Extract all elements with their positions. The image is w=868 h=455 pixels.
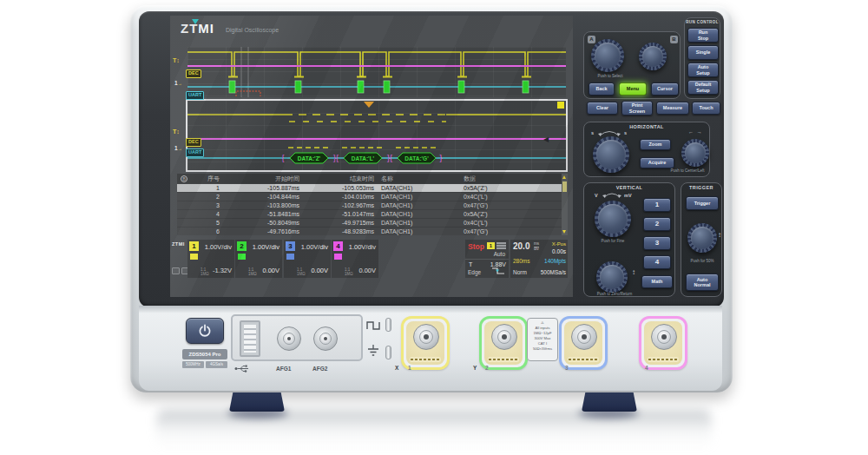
channel4-badge: 4 — [333, 241, 343, 251]
afg1-label: AFG1 — [276, 366, 291, 372]
afg1-connector — [277, 326, 301, 351]
bandwidth-badge: 500MHz — [182, 361, 204, 368]
math-button[interactable]: Math — [641, 275, 673, 288]
trigger-status[interactable]: Stop 1 Auto T 1.88V Edge — [465, 240, 509, 278]
multipurpose-knob-a[interactable] — [591, 39, 624, 72]
touch-button[interactable]: Touch — [692, 102, 720, 115]
decode-badge-uart: UART — [186, 91, 204, 100]
power-icon — [198, 324, 212, 338]
scale-arc-icon — [602, 192, 622, 198]
zoom-tool-icon[interactable] — [172, 267, 180, 274]
channel1-bnc — [413, 324, 439, 350]
trigger-button[interactable]: Trigger — [686, 196, 719, 210]
channel4-number: 4 — [645, 365, 648, 371]
channel2-input — [479, 316, 528, 370]
table-row[interactable]: 3-103.800ms-102.967msDATA(CH1)0x47('G') — [177, 201, 568, 209]
back-button[interactable]: Back — [589, 82, 615, 96]
afg2-connector — [313, 326, 338, 351]
channel1-status[interactable]: 1 1.00V/div 1:11MΩ -1.32V — [187, 240, 234, 278]
multipurpose-knob-b[interactable] — [639, 43, 667, 70]
capture-span: 280ms — [513, 258, 530, 264]
table-scrollbar[interactable] — [562, 174, 568, 235]
default-setup-button[interactable]: Default Setup — [687, 80, 719, 95]
trigger-level-marker: T↕ — [173, 57, 180, 63]
probe-comp-terminal — [385, 318, 391, 332]
frame-brace: } — [439, 154, 442, 162]
channel2-status[interactable]: 2 1.00V/div 1:11MΩ 0.00V — [235, 240, 282, 278]
horizontal-position-knob[interactable] — [681, 139, 709, 167]
uart-data-label: DATA:'L' — [352, 155, 375, 162]
ground-terminal — [385, 346, 391, 359]
usb-port[interactable] — [240, 320, 260, 357]
up-down-arrows-icon: ↕ — [632, 268, 635, 276]
menu-collapse-icon[interactable]: ◀ — [543, 135, 549, 143]
measure-button[interactable]: Measure — [656, 102, 689, 115]
channel3-button[interactable]: 3 — [643, 236, 671, 250]
uart-data-label: DATA:'Z' — [298, 155, 321, 162]
table-row[interactable]: 1-105.887ms-105.053msDATA(CH1)0x5A('Z') — [177, 183, 568, 192]
channel1-badge: 1 — [189, 241, 199, 251]
table-row[interactable]: 4-51.8481ms-51.0147msDATA(CH1)0x5A('Z') — [177, 209, 568, 218]
trigger-title: TRIGGER — [681, 185, 721, 190]
probe-comp-square-icon — [366, 320, 380, 332]
model-badge: ZDS5054 Pro — [182, 349, 227, 359]
scroll-thumb[interactable] — [562, 181, 567, 192]
timebase-status[interactable]: 20.0 msdiv X-Pos 0.00s 280ms 140Mpts Nor… — [510, 240, 568, 278]
table-row[interactable]: 2-104.844ms-104.010msDATA(CH1)0x4C('L') — [177, 192, 568, 201]
scroll-up-icon[interactable] — [562, 175, 566, 179]
channel2-number: 2 — [485, 365, 489, 371]
menu-button[interactable]: Menu — [619, 82, 647, 96]
channel4-status[interactable]: 4 1.00V/div 1:11MΩ 0.00V — [332, 240, 378, 278]
statusbar-logo: ZTMI — [172, 241, 185, 247]
single-button[interactable]: Single — [687, 45, 719, 60]
channel4-contacts — [648, 357, 679, 362]
statusbar-tools — [172, 267, 189, 274]
acquire-button[interactable]: Acquire — [640, 157, 674, 168]
run-stop-button[interactable]: Run Stop — [687, 28, 719, 43]
table-row[interactable]: 5-50.8049ms-49.9715msDATA(CH1)0x4C('L') — [177, 218, 568, 227]
vertical-position-knob[interactable] — [596, 261, 628, 293]
channel2-coupling-icon — [238, 254, 246, 260]
decode-badge-dec: DEC — [186, 69, 201, 78]
horizontal-scale-knob[interactable] — [593, 136, 629, 173]
channel3-input — [559, 316, 608, 370]
channel2-offset: 0.00V — [262, 267, 279, 274]
volts-label: V — [595, 193, 598, 198]
power-button[interactable] — [186, 318, 224, 344]
channel4-button[interactable]: 4 — [643, 255, 671, 269]
decode-badge-uart-zoom: UART — [186, 148, 204, 157]
run-control-title: RUN CONTROL — [685, 20, 720, 24]
channel4-coupling-icon — [334, 254, 342, 260]
channel1-probe: 1:11MΩ — [201, 267, 209, 276]
auto-normal-button[interactable]: Auto Normal — [686, 274, 719, 291]
channel3-status[interactable]: 3 1.00V/div 1:11MΩ 0.00V — [284, 240, 331, 278]
io-plate — [231, 314, 363, 361]
scroll-down-icon[interactable] — [562, 230, 566, 234]
vertical-scale-knob[interactable] — [595, 201, 631, 237]
ground-icon — [366, 344, 380, 356]
clear-button[interactable]: Clear — [587, 102, 618, 115]
auto-setup-button[interactable]: Auto Setup — [687, 63, 719, 77]
trigger-level-knob[interactable] — [687, 223, 717, 253]
table-row[interactable]: 6-49.7616ms-48.9283msDATA(CH1)0x47('G') — [177, 227, 568, 235]
zoom-button[interactable]: Zoom — [640, 139, 671, 150]
trigger-menu-icon — [496, 242, 506, 249]
channel4-bnc — [651, 324, 677, 350]
vertical-title: VERTICAL — [584, 185, 674, 190]
cursor-button[interactable]: Cursor — [651, 82, 679, 96]
channel1-button[interactable]: 1 — [643, 198, 671, 212]
channel2-vdiv: 1.00V/div — [253, 243, 279, 251]
multipurpose-knob-panel: A B Push to Select Back Menu Cursor — [583, 31, 681, 99]
channel2-button[interactable]: 2 — [643, 217, 671, 231]
usb-icon — [234, 365, 250, 373]
brand-logo-triangle-icon — [192, 19, 199, 24]
channel2-bnc — [491, 324, 517, 350]
trigger-50-hint: Push for 50% — [683, 260, 721, 264]
seconds-label-right: s — [624, 130, 627, 135]
up-down-arrows-icon: ↕ — [718, 231, 721, 239]
divider — [465, 259, 509, 260]
bus-icon: B — [181, 175, 187, 182]
channel1-vdiv: 1.00V/div — [205, 243, 232, 251]
knob-b-label: B — [670, 36, 678, 43]
print-screen-button[interactable]: Print Screen — [621, 101, 653, 115]
